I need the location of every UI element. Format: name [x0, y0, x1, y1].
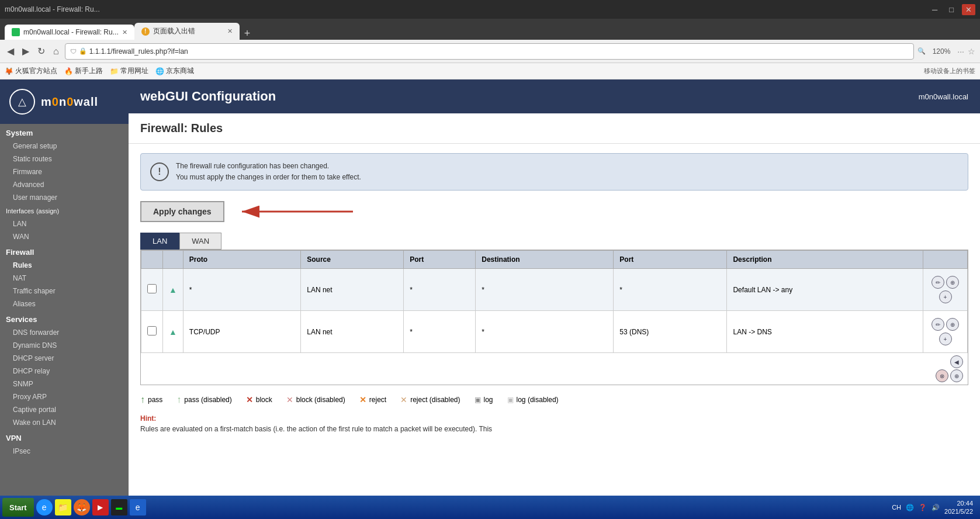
tab-lan[interactable]: LAN — [140, 233, 179, 250]
legend-reject-disabled-label: reject (disabled) — [410, 396, 460, 404]
legend-reject-label: reject — [369, 396, 386, 404]
alert-box: ! The firewall rule configuration has be… — [140, 153, 968, 191]
sidebar-item-proxy-arp[interactable]: Proxy ARP — [0, 390, 129, 403]
title-text: m0n0wall.local - Firewall: Ru... — [5, 5, 100, 13]
sidebar-item-captive-portal[interactable]: Captive portal — [0, 403, 129, 416]
tab-close-button[interactable]: ✕ — [122, 29, 127, 36]
bookmark-1-label: 火狐官方站点 — [15, 66, 57, 76]
row1-copy-button[interactable]: ⊕ — [946, 276, 959, 289]
hint-title: Hint: — [140, 414, 968, 423]
sidebar-item-user-manager[interactable]: User manager — [0, 191, 129, 204]
sidebar-item-wan[interactable]: WAN — [0, 230, 129, 243]
tab-error-label: 页面载入出错 — [153, 26, 195, 36]
taskbar-lang: CH — [892, 504, 901, 511]
sidebar-item-ipsec[interactable]: IPsec — [0, 445, 129, 458]
sidebar-item-lan[interactable]: LAN — [0, 217, 129, 230]
legend-block-label: block — [256, 396, 272, 404]
bookmark-2-icon: 🔥 — [64, 67, 73, 75]
security-icon: 🛡 — [70, 48, 77, 55]
reload-button[interactable]: ↻ — [35, 44, 47, 58]
sidebar-item-nat[interactable]: NAT — [0, 272, 129, 285]
minimize-button[interactable]: ─ — [929, 4, 941, 15]
row1-src-port: * — [404, 269, 476, 311]
start-button[interactable]: Start — [2, 498, 34, 517]
sidebar-item-dhcp-server[interactable]: DHCP server — [0, 352, 129, 365]
home-button[interactable]: ⌂ — [51, 45, 61, 58]
legend-log: ▣ log — [475, 395, 493, 405]
bookmark-1[interactable]: 🦊 火狐官方站点 — [5, 66, 57, 76]
col-destination: Destination — [476, 251, 614, 269]
legend-log-disabled: ▣ log (disabled) — [507, 395, 559, 405]
row1-up-arrow: ▲ — [169, 285, 177, 295]
tab-error[interactable]: ! 页面载入出错 ✕ — [134, 23, 240, 40]
legend-reject-icon: ✕ — [359, 395, 366, 404]
legend: ↑ pass ↑ pass (disabled) ✕ block ✕ block… — [140, 395, 968, 405]
address-bar[interactable]: 🛡 🔒 1.1.1.1/firewall_rules.php?if=lan — [65, 43, 914, 60]
global-add-button[interactable]: ⊕ — [950, 369, 963, 382]
page-header: webGUI Configuration m0n0wall.local — [129, 79, 980, 113]
sidebar-item-aliases[interactable]: Aliases — [0, 297, 129, 310]
row1-checkbox-cell — [141, 269, 163, 311]
sidebar-item-static-routes[interactable]: Static routes — [0, 153, 129, 165]
back-button[interactable]: ◀ — [5, 44, 16, 58]
tab-wan[interactable]: WAN — [179, 233, 221, 250]
sidebar-item-wake-on-lan[interactable]: Wake on LAN — [0, 416, 129, 429]
taskbar-icon-terminal[interactable]: ▬ — [111, 499, 127, 515]
taskbar-icon-folder[interactable]: 📁 — [55, 499, 71, 515]
sidebar-item-dhcp-relay[interactable]: DHCP relay — [0, 365, 129, 378]
row1-up-cell: ▲ — [163, 269, 183, 311]
col-src-port: Port — [404, 251, 476, 269]
taskbar-icon-ie2[interactable]: e — [130, 499, 146, 515]
new-tab-button[interactable]: + — [240, 27, 255, 40]
rules-table: Proto Source Port Destination Port Descr… — [141, 250, 968, 353]
sidebar-item-general-setup[interactable]: General setup — [0, 140, 129, 153]
row2-dst-port: 53 (DNS) — [614, 311, 727, 353]
row1-edit-button[interactable]: ✏ — [931, 276, 944, 289]
taskbar-icon-firefox[interactable]: 🦊 — [74, 499, 90, 515]
sidebar-item-firmware[interactable]: Firmware — [0, 165, 129, 178]
row2-edit-button[interactable]: ✏ — [931, 318, 944, 331]
sidebar-logo: △ m0n0wall — [0, 79, 129, 124]
sidebar-item-rules[interactable]: Rules — [0, 259, 129, 272]
taskbar-icon-app1[interactable]: ▶ — [92, 499, 109, 515]
taskbar-volume-icon: 🔊 — [931, 504, 940, 511]
sidebar-section-interfaces: Interfaces (assign) — [0, 204, 129, 217]
tab-active[interactable]: m0n0wall.local - Firewall: Ru... ✕ — [5, 25, 134, 40]
bookmark-4[interactable]: 🌐 京东商城 — [155, 66, 194, 76]
menu-dots[interactable]: ··· — [957, 47, 964, 56]
sidebar-item-dns-forwarder[interactable]: DNS forwarder — [0, 326, 129, 339]
sidebar-item-advanced[interactable]: Advanced — [0, 178, 129, 191]
sidebar-section-vpn: VPN — [0, 429, 129, 445]
taskbar-time: 20:44 — [944, 499, 973, 507]
tab-error-close-button[interactable]: ✕ — [227, 27, 233, 35]
global-delete-button[interactable]: ⊗ — [936, 369, 948, 382]
col-source: Source — [301, 251, 404, 269]
row1-add-button[interactable]: + — [939, 290, 952, 303]
sidebar-item-traffic-shaper[interactable]: Traffic shaper — [0, 285, 129, 297]
sidebar-item-dynamic-dns[interactable]: Dynamic DNS — [0, 339, 129, 352]
taskbar-icon-ie[interactable]: e — [36, 499, 53, 515]
browser-titlebar: m0n0wall.local - Firewall: Ru... ─ □ ✕ — [0, 0, 980, 19]
legend-block-disabled: ✕ block (disabled) — [286, 395, 345, 405]
legend-log-disabled-label: log (disabled) — [517, 396, 559, 404]
apply-changes-button[interactable]: Apply changes — [140, 201, 224, 222]
bookmark-icon[interactable]: ☆ — [968, 47, 975, 56]
row2-copy-button[interactable]: ⊕ — [946, 318, 959, 331]
taskbar-network-icon: 🌐 — [906, 504, 914, 511]
taskbar: Start e 📁 🦊 ▶ ▬ e CH 🌐 ❓ 🔊 20:44 2021/5/… — [0, 496, 980, 519]
row1-checkbox[interactable] — [147, 284, 157, 293]
bookmark-3-label: 常用网址 — [120, 66, 148, 76]
close-button[interactable]: ✕ — [962, 4, 975, 15]
forward-button[interactable]: ▶ — [20, 44, 32, 58]
col-up — [163, 251, 183, 269]
sidebar-item-snmp[interactable]: SNMP — [0, 378, 129, 390]
row2-add-button[interactable]: + — [939, 333, 952, 345]
row2-checkbox[interactable] — [147, 326, 157, 335]
bookmark-2[interactable]: 🔥 新手上路 — [64, 66, 103, 76]
col-proto: Proto — [183, 251, 300, 269]
content-inner: Firewall: Rules ! The firewall rule conf… — [129, 113, 980, 433]
bookmark-3[interactable]: 📁 常用网址 — [110, 66, 148, 76]
maximize-button[interactable]: □ — [946, 4, 957, 15]
global-back-button[interactable]: ◀ — [950, 355, 963, 368]
page-title: Firewall: Rules — [129, 113, 980, 144]
